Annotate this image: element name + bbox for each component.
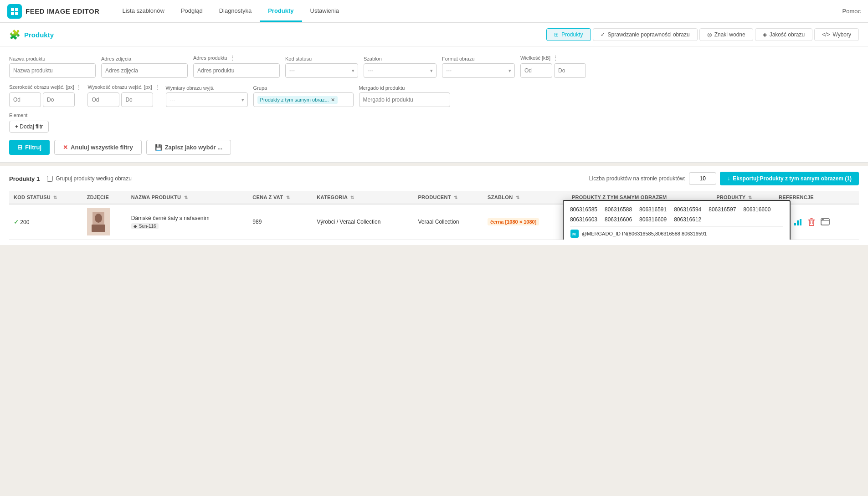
- filter-input-zdjecia[interactable]: [101, 63, 188, 78]
- col-nazwa: NAZWA PRODUKTU ⇅: [127, 191, 248, 204]
- cell-same-image: 806316585 806316588 806316591 806316594 …: [567, 204, 712, 240]
- filter-input-nazwa[interactable]: [9, 63, 96, 78]
- sort-status-icon[interactable]: ⇅: [53, 195, 57, 200]
- id-7: 806316603: [570, 216, 597, 223]
- status-code: 200: [20, 219, 29, 225]
- sort-szablon-icon[interactable]: ⇅: [516, 195, 519, 200]
- tab-znaki-wodne[interactable]: ◎ Znaki wodne: [699, 28, 753, 41]
- filter-tag-grupa[interactable]: Produkty z tym samym obraz... ✕: [253, 92, 354, 107]
- svg-rect-15: [797, 220, 799, 225]
- filter-label-produktu: Adres produktu ⋮: [193, 54, 280, 61]
- filter-group-nazwa: Nazwa produktu: [9, 56, 96, 78]
- panel-title-text: Produkty: [24, 31, 54, 39]
- add-filter-button[interactable]: + Dodaj filtr: [9, 121, 49, 133]
- nav-podglad[interactable]: Podgląd: [173, 1, 211, 22]
- nav-links: Lista szablonów Podgląd Diagnostyka Prod…: [114, 1, 347, 22]
- filter-select-format[interactable]: ---: [442, 63, 515, 78]
- sort-cena-icon[interactable]: ⇅: [286, 195, 290, 200]
- chart-icon[interactable]: [792, 216, 803, 227]
- filter-wysokosc-od[interactable]: [87, 92, 119, 107]
- sort-producent-icon[interactable]: ⇅: [454, 195, 457, 200]
- nav-diagnostyka[interactable]: Diagnostyka: [211, 1, 260, 22]
- filter-group-wymiary: Wymiary obrazu wyjś. ---: [166, 85, 248, 107]
- panel-title: 🧩 Produkty: [9, 29, 54, 40]
- filter-wysokosc-do[interactable]: [121, 92, 153, 107]
- status-checkmark: ✓: [14, 219, 19, 225]
- export-button[interactable]: ↓ Eksportuj:Produkty z tym samym obrazem…: [720, 172, 859, 185]
- wielkosc-more-icon[interactable]: ⋮: [552, 54, 559, 61]
- svg-text:M: M: [572, 232, 576, 236]
- save-icon: 💾: [155, 144, 162, 151]
- filter-label-zdjecia: Adres zdjęcia: [101, 56, 188, 61]
- filter-wielkosc-do[interactable]: [554, 63, 586, 78]
- svg-point-19: [822, 219, 823, 220]
- svg-point-6: [95, 214, 102, 223]
- id-5: 806316597: [709, 206, 736, 213]
- filter-apply-button[interactable]: ⊟ Filtruj: [9, 140, 50, 155]
- filter-range-wysokosc: [87, 92, 160, 107]
- element-label: Element: [9, 112, 859, 118]
- nav-help[interactable]: Pomoc: [842, 8, 861, 15]
- trash-icon[interactable]: [806, 216, 817, 227]
- tab-wybory[interactable]: </> Wybory: [814, 28, 859, 41]
- nav-ustawienia[interactable]: Ustawienia: [302, 1, 348, 22]
- group-by-image-label: Grupuj produkty według obrazu: [47, 175, 132, 182]
- group-tag-close[interactable]: ✕: [331, 97, 335, 103]
- filter-range-wielkosc: [520, 63, 586, 78]
- wysokosc-more-icon[interactable]: ⋮: [154, 83, 160, 91]
- tab-sprawdzanie-label: Sprawdzanie poprawności obrazu: [608, 31, 690, 38]
- filter-select-kod[interactable]: ---: [285, 63, 358, 78]
- filter-cancel-button[interactable]: ✕ Anuluj wszystkie filtry: [54, 140, 142, 155]
- products-count-section: Liczba produktów na stronie produktów: ↓…: [589, 172, 859, 185]
- adres-produktu-more-icon[interactable]: ⋮: [229, 54, 236, 61]
- filter-label-szerokosc: Szerokość obrazu wejść. [px] ⋮: [9, 83, 82, 91]
- tab-sprawdzanie-icon: ✓: [601, 31, 605, 38]
- filter-szerokosc-do[interactable]: [43, 92, 75, 107]
- svg-rect-17: [809, 220, 814, 225]
- filter-row-1: Nazwa produktu Adres zdjęcia Adres produ…: [9, 54, 859, 78]
- filter-szerokosc-od[interactable]: [9, 92, 41, 107]
- id-1: 806316585: [570, 206, 597, 213]
- tab-produkty-icon: ⊞: [554, 31, 559, 38]
- products-per-page-input[interactable]: [689, 172, 716, 185]
- filter-wielkosc-od[interactable]: [520, 63, 552, 78]
- filter-group-format: Format obrazu ---: [442, 56, 515, 78]
- panel-tabs: ⊞ Produkty ✓ Sprawdzanie poprawności obr…: [546, 28, 859, 41]
- filter-label-wielkosc: Wielkość [kB] ⋮: [520, 54, 586, 61]
- szerokosc-more-icon[interactable]: ⋮: [76, 83, 82, 91]
- tab-sprawdzanie[interactable]: ✓ Sprawdzanie poprawności obrazu: [593, 28, 698, 41]
- group-by-image-checkbox[interactable]: [47, 176, 53, 182]
- svg-rect-0: [11, 8, 14, 11]
- filter-label-wysokosc: Wysokość obrazu wejść. [px] ⋮: [87, 83, 160, 91]
- tab-jakosc[interactable]: ◈ Jakość obrazu: [755, 28, 812, 41]
- popup-row-1: M @MERGADO_ID IN(806316585;806316588;806…: [570, 226, 783, 240]
- filter-save-button[interactable]: 💾 Zapisz jako wybór ...: [146, 140, 231, 155]
- filter-select-wymiary[interactable]: ---: [166, 92, 248, 107]
- nav-produkty[interactable]: Produkty: [260, 1, 302, 22]
- filter-input-mergado[interactable]: [359, 92, 450, 107]
- svg-rect-3: [15, 12, 18, 15]
- panel-header: 🧩 Produkty ⊞ Produkty ✓ Sprawdzanie popr…: [0, 23, 868, 47]
- sort-produkty-icon[interactable]: ⇅: [748, 195, 752, 200]
- filter-select-szablon[interactable]: ---: [364, 63, 437, 78]
- col-kategoria: KATEGORIA ⇅: [312, 191, 413, 204]
- col-status: KOD STATUSU ⇅: [9, 191, 82, 204]
- logo-icon: [7, 4, 22, 19]
- cell-cena: 989: [248, 204, 312, 240]
- sort-nazwa-icon[interactable]: ⇅: [184, 195, 188, 200]
- filter-group-wysokosc: Wysokość obrazu wejść. [px] ⋮: [87, 83, 160, 107]
- group-tag: Produkty z tym samym obraz... ✕: [257, 96, 338, 104]
- table-body: ✓ 200: [9, 204, 859, 240]
- tab-produkty[interactable]: ⊞ Produkty: [546, 28, 591, 41]
- cell-status: ✓ 200: [9, 204, 82, 240]
- id-10: 806316612: [674, 216, 701, 223]
- nav-lista-szablonow[interactable]: Lista szablonów: [114, 1, 173, 22]
- filter-group-grupa: Grupa Produkty z tym samym obraz... ✕: [253, 85, 354, 107]
- sort-kategoria-icon[interactable]: ⇅: [350, 195, 354, 200]
- download-icon: ↓: [727, 175, 730, 182]
- main-panel: 🧩 Produkty ⊞ Produkty ✓ Sprawdzanie popr…: [0, 23, 868, 163]
- id-9: 806316609: [639, 216, 667, 223]
- products-section: Produkty 1 Grupuj produkty według obrazu…: [0, 166, 868, 245]
- filter-input-produktu[interactable]: [193, 63, 280, 78]
- link-icon[interactable]: [820, 216, 831, 227]
